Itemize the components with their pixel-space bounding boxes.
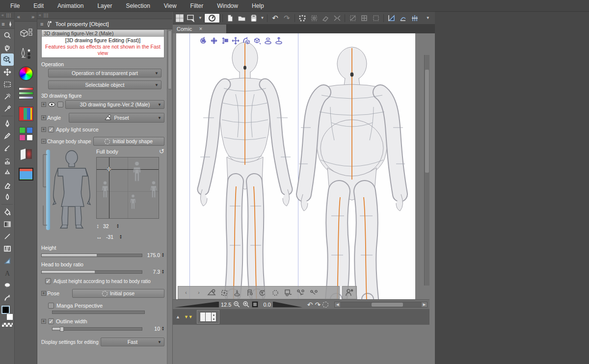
zoom-slider[interactable] — [175, 302, 219, 308]
move-layer-tool[interactable] — [1, 66, 14, 78]
transparent-part-dropdown[interactable]: Operation of transparent part ▼ — [48, 69, 161, 78]
reset-grid-icon[interactable]: ↺ — [159, 148, 164, 155]
frame-border-tool[interactable] — [1, 242, 14, 255]
horizontal-spinner[interactable]: ▲▼ — [119, 234, 122, 239]
initial-pose-button[interactable]: Initial pose — [72, 289, 164, 298]
joint-lock-icon[interactable] — [296, 288, 306, 298]
object-ground-icon[interactable] — [264, 36, 272, 45]
new-file-icon[interactable] — [225, 13, 236, 23]
hand-tool[interactable] — [1, 41, 14, 53]
rotation-slider[interactable] — [273, 302, 302, 308]
joint-unlock-icon[interactable] — [309, 288, 319, 298]
switch-app-icon[interactable] — [187, 13, 197, 23]
timeline-panel-icon[interactable] — [18, 166, 34, 182]
light-source-expander[interactable]: + — [41, 127, 46, 132]
rotate-cw-icon[interactable]: ↷ — [315, 301, 321, 309]
tab-comic[interactable]: Comic ✕ — [173, 25, 227, 33]
wand-tool[interactable] — [1, 90, 14, 103]
airbrush-tool[interactable] — [1, 154, 14, 166]
outline-expander[interactable]: + — [41, 319, 46, 324]
adjust-height-checkbox[interactable]: ✓ — [45, 278, 51, 284]
deselect-icon[interactable] — [297, 13, 308, 23]
clip-studio-logo[interactable] — [204, 13, 220, 23]
camera-pan-icon[interactable] — [210, 36, 218, 45]
manga-perspective-slider[interactable] — [52, 311, 145, 314]
selectable-object-dropdown[interactable]: Selectable object ▼ — [48, 80, 161, 89]
canvas-page[interactable] — [176, 33, 415, 325]
rotation-value[interactable]: 0.0 — [263, 302, 270, 308]
snap-ruler-icon[interactable] — [386, 13, 397, 23]
object-free-icon[interactable] — [253, 36, 262, 45]
viewport[interactable]: ‹ › 12.5 0.0 ↶ ↷ ◀ — [173, 33, 429, 325]
initial-pose-icon[interactable] — [270, 288, 280, 298]
switch-app-dropdown-icon[interactable]: ▼ — [198, 13, 202, 23]
zoom-out-icon[interactable] — [233, 301, 241, 308]
outline-width-value[interactable]: 10 — [145, 326, 160, 332]
manga-perspective-checkbox[interactable] — [48, 303, 54, 309]
menu-help[interactable]: Help — [245, 0, 270, 12]
outline-width-checkbox[interactable]: ✓ — [48, 318, 54, 324]
drop-to-ground-icon[interactable] — [232, 288, 242, 298]
horizontal-shape-value[interactable]: -31 — [106, 234, 116, 240]
camera-angle-icon[interactable] — [207, 288, 216, 298]
figure-tool[interactable] — [1, 230, 14, 242]
canvas-horizontal-scrollbar[interactable]: ◀ ▶ — [334, 302, 428, 308]
save-icon[interactable] — [248, 13, 259, 23]
pencil-tool[interactable] — [1, 130, 14, 142]
object-move-icon[interactable] — [231, 36, 240, 45]
display-settings-dropdown[interactable]: Fast ▼ — [101, 338, 164, 346]
body-shape-grid[interactable]: ✛ — [96, 157, 159, 219]
mesh-transform-icon[interactable] — [359, 13, 370, 23]
apply-light-source-checkbox[interactable]: ✓ — [48, 127, 54, 132]
grid-cursor[interactable]: ✛ — [107, 166, 112, 172]
fit-to-screen-icon[interactable] — [252, 301, 258, 308]
outline-spinner[interactable]: ▲▼ — [161, 326, 164, 331]
camera-zoom-icon[interactable] — [220, 36, 229, 45]
drag-grip-icon[interactable]: ||| — [6, 13, 11, 18]
approx-color-panel-icon[interactable] — [18, 146, 34, 162]
save-dropdown-icon[interactable]: ▼ — [260, 13, 265, 23]
redo-icon[interactable]: ↷ — [282, 13, 292, 23]
color-wheel-panel-icon[interactable] — [18, 65, 34, 82]
height-spinner[interactable]: ▲▼ — [161, 253, 164, 258]
pose-flag-icon[interactable] — [245, 288, 255, 298]
canvas-vertical-scrollbar[interactable] — [424, 55, 429, 286]
register-pose-icon[interactable] — [283, 288, 293, 298]
panel-menu-icon[interactable]: ≡ — [40, 21, 43, 27]
vertical-shape-value[interactable]: 32 — [103, 223, 113, 229]
menu-edit[interactable]: Edit — [27, 0, 50, 12]
next-arrow-icon[interactable]: › — [194, 288, 204, 298]
transparent-color-swatch[interactable] — [1, 322, 13, 327]
zoom-value[interactable]: 12.5 — [221, 302, 231, 308]
ratio-slider[interactable] — [41, 270, 142, 274]
ratio-value[interactable]: 7.3 — [145, 269, 160, 275]
zoom-tool[interactable] — [1, 29, 14, 41]
expand-right-icon[interactable]: » — [31, 14, 34, 20]
figure-dropdown[interactable]: 3D drawing figure-Ver.2 (Male) ▼ — [65, 100, 164, 109]
outline-width-slider[interactable] — [52, 327, 142, 331]
selected-subtool-strip[interactable]: 3D drawing figure-Ver.2 (Male) — [41, 29, 164, 37]
scroll-right-icon[interactable]: ▶ — [422, 302, 427, 307]
balloon-tool[interactable] — [1, 279, 14, 291]
figure-expander[interactable]: + — [41, 102, 46, 107]
edit-figure-button[interactable] — [342, 286, 357, 299]
rotate-ccw-icon[interactable]: ↶ — [307, 301, 313, 309]
figure-checkbox[interactable] — [57, 102, 63, 107]
initial-body-shape-button[interactable]: Initial body shape — [93, 137, 164, 146]
menu-animation[interactable]: Animation — [51, 0, 90, 12]
foreground-color-swatch[interactable] — [1, 306, 10, 314]
figure-male-slim[interactable] — [188, 39, 301, 325]
eraser-tool[interactable] — [1, 179, 14, 191]
body-shape-expander[interactable]: − — [41, 139, 46, 144]
height-value[interactable]: 175.0 — [145, 252, 160, 258]
text-tool[interactable]: A — [1, 267, 14, 279]
nav-down-double-icon[interactable]: ▼▼ — [184, 315, 193, 319]
nav-up-icon[interactable]: ▲ — [176, 315, 180, 319]
ruler-tool[interactable] — [1, 255, 14, 267]
palette-menu-icon[interactable]: ≡ — [1, 21, 4, 27]
reset-rotation-icon[interactable] — [322, 302, 328, 308]
fill-tool[interactable] — [1, 206, 14, 218]
color-set-panel-icon[interactable] — [18, 105, 34, 122]
clear-outside-icon[interactable] — [332, 13, 343, 23]
collapse-left-icon[interactable]: « — [17, 14, 20, 20]
